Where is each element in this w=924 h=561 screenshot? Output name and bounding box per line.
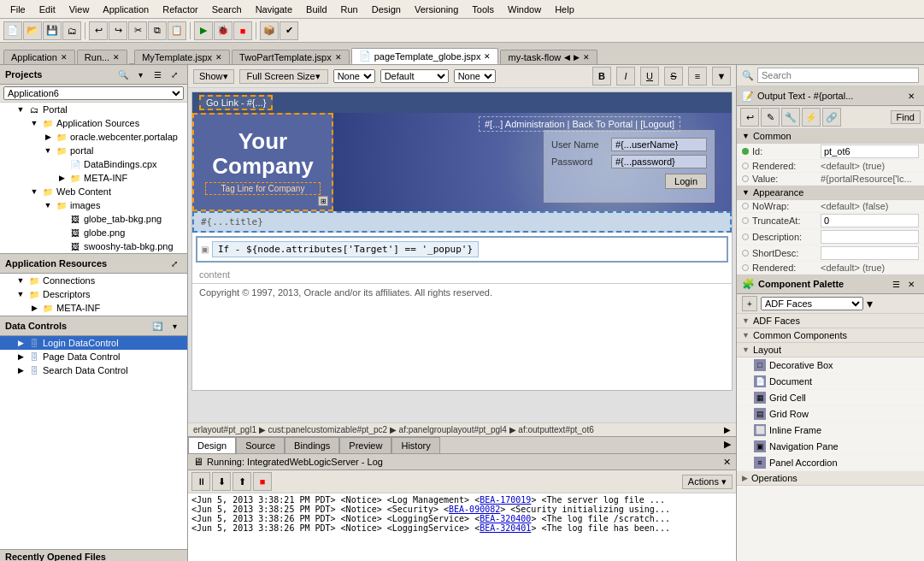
out-btn4[interactable]: ⚡ bbox=[802, 108, 821, 127]
tab-application-close[interactable]: ✕ bbox=[61, 53, 68, 62]
redo-btn[interactable]: ↪ bbox=[109, 21, 127, 40]
menu-help[interactable]: Help bbox=[548, 3, 581, 16]
log-link-4[interactable]: BEA-320401 bbox=[480, 523, 531, 533]
palette-decorative-box[interactable]: □ Decorative Box bbox=[737, 357, 924, 374]
if-toggle[interactable]: ▣ bbox=[201, 245, 209, 254]
italic-btn[interactable]: I bbox=[616, 67, 635, 86]
tab-run-close[interactable]: ✕ bbox=[113, 53, 120, 62]
tree-globe[interactable]: 🖼 globe.png bbox=[0, 226, 187, 239]
out-btn2[interactable]: ✎ bbox=[761, 108, 780, 127]
palette-panel-accordion[interactable]: ≡ Panel Accordion bbox=[737, 455, 924, 471]
log-btn3[interactable]: ⬆ bbox=[232, 472, 251, 491]
tab-taskflow-nav-right[interactable]: ▶ bbox=[574, 53, 580, 62]
menu-application[interactable]: Application bbox=[96, 3, 156, 16]
tree-portal-folder[interactable]: ▼ 📁 portal bbox=[0, 144, 187, 157]
out-btn1[interactable]: ↩ bbox=[740, 108, 759, 127]
tab-taskflow[interactable]: my-task-flow ◀ ▶ ✕ bbox=[500, 50, 597, 64]
login-button[interactable]: Login bbox=[665, 174, 707, 189]
full-screen-btn[interactable]: Full Screen Size▾ bbox=[239, 69, 328, 84]
canvas-scroll-area[interactable]: Go Link - #{...} Your Company Tag Line f… bbox=[188, 88, 736, 422]
menu-tools[interactable]: Tools bbox=[465, 3, 501, 16]
palette-grid-cell[interactable]: ▦ Grid Cell bbox=[737, 390, 924, 406]
save-btn[interactable]: 💾 bbox=[43, 21, 62, 40]
log-stop[interactable]: ■ bbox=[253, 472, 272, 491]
tree-images[interactable]: ▼ 📁 images bbox=[0, 198, 187, 212]
tab-template2[interactable]: TwoPartTemplate.jspx ✕ bbox=[232, 50, 350, 64]
menu-versioning[interactable]: Versioning bbox=[408, 3, 465, 16]
debug-btn[interactable]: 🐞 bbox=[214, 21, 232, 40]
palette-grid-row[interactable]: ▤ Grid Row bbox=[737, 406, 924, 422]
search-input[interactable] bbox=[757, 68, 919, 83]
menu-file[interactable]: File bbox=[3, 3, 32, 16]
app-res-btn1[interactable]: ⤢ bbox=[167, 256, 182, 271]
stop-btn[interactable]: ■ bbox=[233, 21, 252, 40]
dc-filter-btn[interactable]: ▾ bbox=[167, 318, 182, 334]
log-link-2[interactable]: BEA-090082 bbox=[449, 505, 500, 514]
palette-section-common[interactable]: Common Components bbox=[737, 328, 924, 343]
data-controls-section[interactable]: Data Controls 🔄 ▾ bbox=[0, 316, 187, 336]
tab-source[interactable]: Source bbox=[236, 437, 285, 453]
underline-btn[interactable]: U bbox=[640, 67, 659, 86]
tab-template2-close[interactable]: ✕ bbox=[335, 53, 342, 62]
id-input[interactable] bbox=[821, 145, 919, 158]
menu-view[interactable]: View bbox=[62, 3, 97, 16]
paste-btn[interactable]: 📋 bbox=[168, 21, 186, 40]
tree-app-sources[interactable]: ▼ 📁 Application Sources bbox=[0, 116, 187, 130]
save-all-btn[interactable]: 🗂 bbox=[62, 21, 81, 40]
tab-template1-close[interactable]: ✕ bbox=[215, 53, 222, 62]
copy-btn[interactable]: ⧉ bbox=[148, 21, 167, 40]
menu-run[interactable]: Run bbox=[334, 3, 365, 16]
log-link-1[interactable]: BEA-170019 bbox=[480, 495, 531, 505]
tab-application[interactable]: Application ✕ bbox=[3, 50, 75, 64]
palette-section-layout[interactable]: Layout bbox=[737, 343, 924, 357]
proj-menu-btn[interactable]: ☰ bbox=[150, 67, 165, 82]
common-section[interactable]: Common bbox=[737, 129, 924, 144]
align-left-btn[interactable]: ≡ bbox=[688, 67, 707, 86]
tab-template1[interactable]: MyTemplate.jspx ✕ bbox=[134, 50, 230, 64]
none-dropdown1[interactable]: None bbox=[333, 69, 375, 83]
tab-taskflow-nav-left[interactable]: ◀ bbox=[564, 53, 570, 62]
menu-design[interactable]: Design bbox=[365, 3, 408, 16]
menu-edit[interactable]: Edit bbox=[32, 3, 62, 16]
run-btn[interactable]: ▶ bbox=[194, 21, 213, 40]
palette-expand-icon[interactable]: ▾ bbox=[867, 297, 873, 310]
tree-web-content[interactable]: ▼ 📁 Web Content bbox=[0, 185, 187, 198]
tab-bindings[interactable]: Bindings bbox=[285, 437, 339, 453]
out-btn5[interactable]: 🔗 bbox=[822, 108, 841, 127]
menu-build[interactable]: Build bbox=[299, 3, 333, 16]
log-close[interactable]: ✕ bbox=[723, 457, 731, 468]
palette-nav-pane[interactable]: ▣ Navigation Pane bbox=[737, 439, 924, 455]
log-link-3[interactable]: BEA-320400 bbox=[480, 514, 531, 523]
palette-close-btn[interactable]: ✕ bbox=[903, 276, 919, 292]
tree-swooshy[interactable]: 🖼 swooshy-tab-bkg.png bbox=[0, 239, 187, 253]
log-btn1[interactable]: ⏸ bbox=[191, 472, 210, 491]
tree-connections[interactable]: ▼ 📁 Connections bbox=[0, 274, 187, 287]
out-find-btn[interactable]: Find bbox=[891, 110, 921, 124]
appearance-section[interactable]: Appearance bbox=[737, 186, 924, 200]
tree-portal[interactable]: ▼ 🗂 Portal bbox=[0, 103, 187, 116]
tab-taskflow-close[interactable]: ✕ bbox=[583, 53, 590, 62]
app-resources-section[interactable]: Application Resources ⤢ bbox=[0, 253, 187, 274]
tab-preview[interactable]: Preview bbox=[339, 437, 391, 453]
proj-filter-btn[interactable]: ▾ bbox=[132, 67, 148, 82]
validate-btn[interactable]: ✔ bbox=[280, 21, 298, 40]
dc-refresh-btn[interactable]: 🔄 bbox=[150, 318, 165, 334]
proj-search-btn[interactable]: 🔍 bbox=[115, 67, 131, 82]
shortdesc-input[interactable] bbox=[821, 246, 919, 260]
palette-inline-frame[interactable]: ⬜ Inline Frame bbox=[737, 422, 924, 439]
tabs-scroll[interactable]: ▶ bbox=[719, 437, 736, 453]
menu-search[interactable]: Search bbox=[205, 3, 249, 16]
palette-menu-btn[interactable]: ☰ bbox=[888, 276, 903, 292]
breadcrumb-expand[interactable]: ▶ bbox=[724, 425, 731, 434]
tab-page-close[interactable]: ✕ bbox=[484, 52, 491, 61]
tree-descriptors[interactable]: ▼ 📁 Descriptors bbox=[0, 287, 187, 301]
tree-search-dc[interactable]: ▶ 🗄 Search Data Control bbox=[0, 363, 187, 377]
resize-handle[interactable]: ⊞ bbox=[318, 196, 328, 206]
palette-section-operations[interactable]: Operations bbox=[737, 471, 924, 486]
menu-window[interactable]: Window bbox=[501, 3, 548, 16]
out-btn3[interactable]: 🔧 bbox=[781, 108, 800, 127]
palette-add-btn[interactable]: + bbox=[742, 296, 757, 311]
deploy-btn[interactable]: 📦 bbox=[260, 21, 279, 40]
default-dropdown[interactable]: Default bbox=[380, 69, 449, 83]
scroll-down-btn[interactable]: ▼ bbox=[712, 67, 731, 86]
